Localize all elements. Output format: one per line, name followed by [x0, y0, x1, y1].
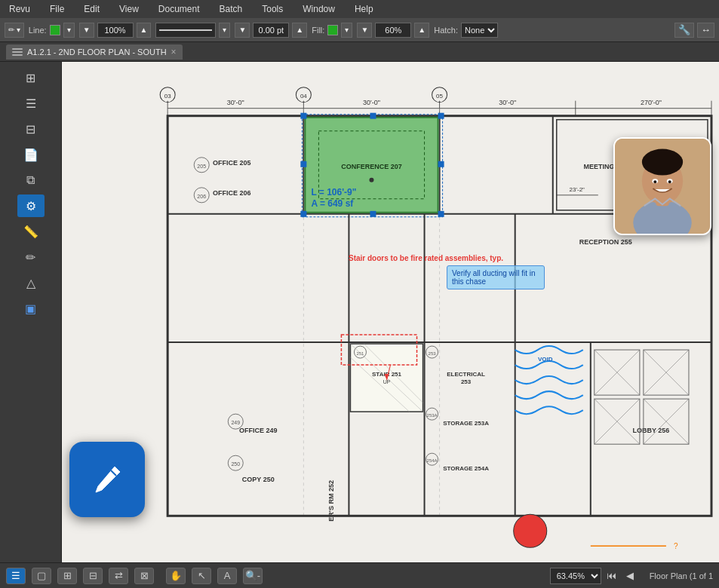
- statusbar-compare-btn[interactable]: ⇄: [109, 568, 128, 584]
- svg-text:253A: 253A: [427, 413, 438, 418]
- menu-document[interactable]: Document: [155, 2, 203, 16]
- svg-rect-37: [370, 211, 376, 217]
- tab-close-button[interactable]: ×: [171, 47, 177, 57]
- statusbar-zoomout-btn[interactable]: 🔍-: [243, 568, 263, 584]
- svg-text:249: 249: [231, 420, 240, 425]
- menu-window[interactable]: Window: [300, 2, 338, 16]
- statusbar-list-btn[interactable]: ☰: [6, 568, 26, 584]
- svg-text:254A: 254A: [427, 458, 438, 463]
- statusbar-layout2-btn[interactable]: ⊞: [57, 568, 77, 584]
- line-color-box[interactable]: [50, 25, 60, 35]
- menu-help[interactable]: Help: [352, 2, 376, 16]
- svg-text:250: 250: [231, 461, 240, 467]
- svg-text:STORAGE 254A: STORAGE 254A: [443, 465, 489, 472]
- fill-color-box[interactable]: [327, 25, 338, 35]
- line-group: Line: ▾: [29, 23, 75, 38]
- tabbar: A1.2.1 - 2ND FLOOR PLAN - SOUTH ×: [0, 42, 719, 62]
- menu-edit[interactable]: Edit: [81, 2, 103, 16]
- line-style-arrow[interactable]: ▾: [219, 23, 230, 38]
- pen-icon: [88, 461, 126, 498]
- sidebar-markup[interactable]: ✏: [17, 246, 45, 268]
- svg-rect-31: [300, 113, 306, 119]
- svg-text:30'-0": 30'-0": [499, 99, 516, 106]
- person-photo: [613, 137, 711, 235]
- main-area: ⊞ ☰ ⊟ 📄 ⧉ ⚙ 📏 ✏ △ ▣ 30'-0": [0, 62, 719, 562]
- zoom-group: ▼ ▲: [79, 23, 152, 38]
- line-style-preview[interactable]: [155, 23, 216, 38]
- point-group: ▼ ▲: [235, 23, 307, 38]
- opacity-input[interactable]: [375, 23, 411, 38]
- zoom-input[interactable]: [97, 23, 134, 38]
- sidebar-shape[interactable]: △: [17, 271, 45, 294]
- svg-text:23'-2": 23'-2": [570, 186, 585, 193]
- svg-text:A = 649 sf: A = 649 sf: [311, 198, 354, 209]
- svg-text:COPY 250: COPY 250: [242, 476, 275, 483]
- fill-color-arrow[interactable]: ▾: [341, 23, 352, 38]
- edit-pen-overlay[interactable]: [69, 442, 145, 517]
- svg-text:OFFICE 206: OFFICE 206: [213, 189, 251, 197]
- sidebar-grid[interactable]: ⊟: [17, 118, 45, 140]
- fill-label: Fill:: [312, 26, 324, 35]
- statusbar-cursor-tool[interactable]: ↖: [192, 568, 211, 584]
- menu-file[interactable]: File: [47, 2, 67, 16]
- svg-rect-38: [438, 211, 444, 217]
- sidebar-connect[interactable]: ⧉: [17, 169, 45, 191]
- svg-text:205: 205: [197, 164, 206, 169]
- menu-view[interactable]: View: [116, 2, 142, 16]
- sidebar-list[interactable]: ☰: [17, 92, 45, 115]
- svg-text:STORAGE 253A: STORAGE 253A: [443, 420, 489, 427]
- tool-extra2[interactable]: ↔: [697, 23, 714, 38]
- svg-text:L = 106'-9": L = 106'-9": [311, 187, 356, 198]
- line-color-arrow[interactable]: ▾: [63, 23, 75, 38]
- svg-text:270'-0": 270'-0": [641, 99, 662, 106]
- svg-rect-35: [438, 161, 444, 167]
- menu-revu[interactable]: Revu: [6, 2, 33, 16]
- nav-prev-btn[interactable]: ◀: [622, 568, 638, 584]
- zoom-down-btn[interactable]: ▼: [79, 23, 94, 38]
- svg-text:05: 05: [436, 93, 443, 100]
- menubar: Revu File Edit View Document Batch Tools…: [0, 0, 719, 18]
- opacity-up-btn[interactable]: ▲: [414, 23, 429, 38]
- tool-selector-button[interactable]: ✏ ▾: [5, 23, 24, 38]
- svg-point-112: [642, 149, 683, 176]
- sidebar-measure[interactable]: 📏: [17, 220, 45, 243]
- fill-opacity-group: ▼ ▲: [357, 23, 429, 38]
- svg-text:OFFICE 205: OFFICE 205: [213, 159, 251, 167]
- statusbar-hand-tool[interactable]: ✋: [166, 568, 186, 584]
- statusbar-layout1-btn[interactable]: ▢: [32, 568, 51, 584]
- point-input[interactable]: [253, 23, 289, 38]
- line-label: Line:: [29, 26, 47, 35]
- blue-callout: Verify all ducting will fit in this chas…: [447, 265, 545, 289]
- tool-extra1[interactable]: 🔧: [674, 23, 694, 38]
- svg-point-105: [514, 514, 547, 547]
- sidebar-layers[interactable]: ⊞: [17, 66, 45, 89]
- line-style-group: ▾: [155, 23, 230, 38]
- document-tab[interactable]: A1.2.1 - 2ND FLOOR PLAN - SOUTH ×: [6, 44, 183, 60]
- svg-text:30'-0": 30'-0": [363, 99, 380, 106]
- left-sidebar: ⊞ ☰ ⊟ 📄 ⧉ ⚙ 📏 ✏ △ ▣: [0, 62, 62, 562]
- svg-text:251: 251: [356, 351, 364, 356]
- tab-title: A1.2.1 - 2ND FLOOR PLAN - SOUTH: [27, 47, 167, 57]
- sidebar-detail[interactable]: ▣: [17, 297, 45, 320]
- statusbar-layout3-btn[interactable]: ⊟: [83, 568, 103, 584]
- point-down-btn[interactable]: ▼: [235, 23, 250, 38]
- zoom-level-select[interactable]: 63.45%: [550, 568, 601, 584]
- nav-first-btn[interactable]: ⏮: [604, 568, 619, 584]
- hatch-select[interactable]: None: [461, 23, 498, 38]
- sidebar-settings[interactable]: ⚙: [17, 194, 45, 217]
- svg-rect-36: [300, 211, 306, 217]
- statusbar: ☰ ▢ ⊞ ⊟ ⇄ ⊠ ✋ ↖ A 🔍- 63.45% ⏮ ◀ Floor Pl…: [0, 562, 719, 588]
- fill-group: Fill: ▾: [312, 23, 352, 38]
- menu-tools[interactable]: Tools: [259, 2, 286, 16]
- zoom-up-btn[interactable]: ▲: [137, 23, 152, 38]
- svg-text:30'-0": 30'-0": [227, 99, 244, 106]
- menu-batch[interactable]: Batch: [217, 2, 246, 16]
- statusbar-sync-btn[interactable]: ⊠: [134, 568, 154, 584]
- zoom-group: 63.45% ⏮ ◀: [550, 568, 638, 584]
- svg-text:CONFERENCE 207: CONFERENCE 207: [341, 163, 402, 170]
- sidebar-document[interactable]: 📄: [17, 143, 45, 166]
- opacity-down-btn[interactable]: ▼: [357, 23, 372, 38]
- point-up-btn[interactable]: ▲: [292, 23, 307, 38]
- statusbar-text-tool[interactable]: A: [217, 568, 237, 584]
- svg-text:ELECTRICAL: ELECTRICAL: [447, 371, 485, 378]
